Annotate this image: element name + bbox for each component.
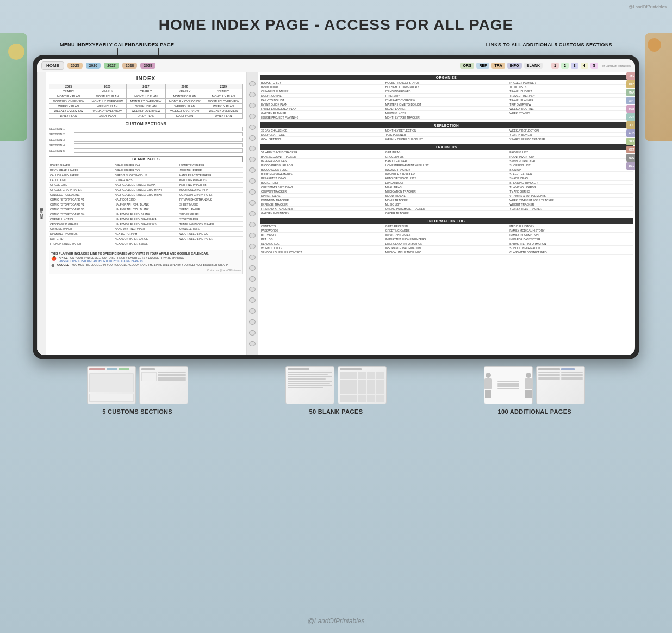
tab-info[interactable]: INFO xyxy=(507,63,522,69)
tab-num-4[interactable]: 4 xyxy=(581,63,588,69)
list-item: ORDER TRACKER xyxy=(384,211,509,215)
thumbnail-customs-2 xyxy=(139,366,188,404)
tab-2025[interactable]: 2025 xyxy=(67,63,83,69)
list-item: MEETING NOTE xyxy=(384,111,509,115)
list-item: SNACK IDEAS xyxy=(508,176,633,181)
tab-blank[interactable]: BLANK xyxy=(524,63,543,69)
list-item: WEEKLY WEIGHT LOSS TRACKER xyxy=(508,198,633,202)
col-header-2029: 2029 xyxy=(204,84,242,89)
tab-tra[interactable]: TRA xyxy=(491,63,505,69)
tab-2027[interactable]: 2027 xyxy=(104,63,119,69)
section-box-3[interactable] xyxy=(74,138,243,142)
list-item xyxy=(508,115,633,120)
list-item: UKULELE TABS xyxy=(178,227,243,232)
tab-num-5[interactable]: 5 xyxy=(590,63,598,69)
calendar-note: THIS PLANNER INCLUDES LINK TO SPECIFIC D… xyxy=(49,250,243,274)
list-item: SPIDER GRAPH xyxy=(178,212,243,217)
list-item: ITINERARY xyxy=(384,94,509,98)
list-item: WEEKLY TASKS xyxy=(508,111,633,115)
list-item: PET LOG xyxy=(260,237,384,241)
tab-november[interactable]: NOV xyxy=(626,154,635,162)
section-box-2[interactable] xyxy=(74,132,243,136)
section-label-3: SECTION 3 xyxy=(49,138,72,141)
tab-february[interactable]: FEB xyxy=(626,80,635,88)
col-header-2028: 2028 xyxy=(165,84,204,89)
tab-2026[interactable]: 2026 xyxy=(86,63,101,69)
list-item: BREAKFAST IDEAS xyxy=(260,176,384,181)
list-item: BOXES GRAPH xyxy=(49,163,114,168)
device-inner: HOME 2025 2026 2027 2028 2029 ORG REF TR… xyxy=(37,59,635,355)
list-item: SAVINGS TRACKER xyxy=(508,159,633,163)
section-row-2: SECTION 2 xyxy=(49,132,243,136)
list-item: INFO FOR BABYSITTER xyxy=(508,237,633,241)
list-item: WEEKLY CHORE CHECKLIST xyxy=(384,137,509,141)
list-item: TUMBLING BLOCK GRAPH xyxy=(178,222,243,227)
tab-october[interactable]: OCT xyxy=(626,146,635,153)
list-item: HOME IMPROVEMENT WISH LIST xyxy=(384,163,509,167)
thumb-label-blank: 50 BLANK PAGES xyxy=(309,408,363,415)
tab-january[interactable]: JAN xyxy=(626,72,635,80)
tab-august[interactable]: AUG xyxy=(626,129,635,137)
tab-march[interactable]: MAR xyxy=(626,89,635,96)
section-box-5[interactable] xyxy=(74,148,243,153)
list-item: MEDICAL HISTORY xyxy=(508,224,633,228)
list-item: SKETCH PAPER xyxy=(178,207,243,212)
list-item: GARDEN INVENTORY xyxy=(260,211,384,215)
list-item: YEARLY PERIOD TRACKER xyxy=(508,137,633,141)
list-item: SPENDING TRACKER xyxy=(508,181,633,185)
list-item: BRAIN DUMP xyxy=(260,85,384,89)
list-item: CONTACTS xyxy=(260,224,384,228)
list-item: CIRCLES GRAPH PAPER xyxy=(49,188,114,193)
trackers-header: TRACKERS xyxy=(260,144,633,150)
list-item: STORY PAPER xyxy=(178,217,243,222)
page-title: HOME INDEX PAGE - ACCESS FOR ALL PAGE xyxy=(16,11,656,34)
tab-september[interactable]: SEP xyxy=(626,138,635,145)
list-item: FAMILY INFORMATION xyxy=(508,233,633,237)
label-yearly-calendar: YEARLY CALENDAR xyxy=(92,42,143,55)
list-item: IMPORTANT PHONE NUMBERS xyxy=(384,237,509,241)
list-item: 52 WEEK SAVING TRACKER xyxy=(260,150,384,154)
list-item: YEARLY BILLS TRACKER xyxy=(508,207,633,211)
thumb-images-additional xyxy=(484,366,585,404)
list-item: DAILY TO DO LIST xyxy=(260,98,384,102)
list-item: KNITTING PAPER 4:5 xyxy=(178,183,243,188)
section-row-1: SECTION 1 xyxy=(49,127,243,131)
tab-april[interactable]: APR xyxy=(626,97,635,104)
col-header-2026: 2026 xyxy=(88,84,127,89)
tab-june[interactable]: JUN xyxy=(626,113,635,121)
tab-home[interactable]: HOME xyxy=(41,61,64,70)
list-item: BUCKET LIST xyxy=(260,181,384,185)
list-item: SIGN UP xyxy=(508,167,633,172)
list-item: MOOD TRACKER xyxy=(384,194,509,198)
thumb-label-customs: 5 CUSTOMS SECTIONS xyxy=(102,408,172,415)
tab-december[interactable]: DEC xyxy=(626,162,635,170)
list-item: BODY MEASUREMENTS xyxy=(260,172,384,176)
tab-2029[interactable]: 2029 xyxy=(140,63,155,69)
tab-ref[interactable]: REF xyxy=(476,63,489,69)
list-item: GUITAR TABS xyxy=(114,178,178,183)
list-item: PLANT INVENTORY xyxy=(508,154,633,159)
tab-july[interactable]: JUL xyxy=(626,121,635,129)
list-item: HOUSE PROJECT STATUS xyxy=(384,80,509,85)
list-item: HALF DOT GRID xyxy=(114,197,178,202)
tab-num-2[interactable]: 2 xyxy=(561,63,569,69)
list-item: DAILY ROUTINE xyxy=(260,94,384,98)
tab-num-3[interactable]: 3 xyxy=(571,63,578,69)
tab-2028[interactable]: 2028 xyxy=(122,63,138,69)
table-row: WEEKLY OVERVIEWWEEKLY OVERVIEWWEEKLY OVE… xyxy=(49,109,243,114)
thumb-label-additional: 100 ADDITIONAL PAGES xyxy=(498,408,571,415)
tab-num-1[interactable]: 1 xyxy=(551,63,559,69)
list-item: CURSIVE PAPER xyxy=(49,227,114,232)
index-title: INDEX xyxy=(49,76,243,82)
labels-row: MENU INDEX YEARLY CALENDAR INDEX PAGE LI… xyxy=(16,42,656,55)
section-box-4[interactable] xyxy=(74,143,243,147)
thumbnail-blank-2 xyxy=(338,366,387,404)
body-figure-front xyxy=(484,373,492,398)
tab-may[interactable]: MAY xyxy=(626,105,635,113)
list-item: HALF WIDE RULED/ GRAPH 5X5 xyxy=(114,222,178,227)
organize-section: ORGANIZE BOOKS TO BUY HOUSE PROJECT STAT… xyxy=(260,75,633,120)
tab-org[interactable]: ORG xyxy=(460,63,474,69)
section-box-1[interactable] xyxy=(74,127,243,131)
list-item: WEEKLY REFLECTION xyxy=(508,128,633,133)
list-item: COMIC / STORYBOARD V1 xyxy=(49,197,114,202)
